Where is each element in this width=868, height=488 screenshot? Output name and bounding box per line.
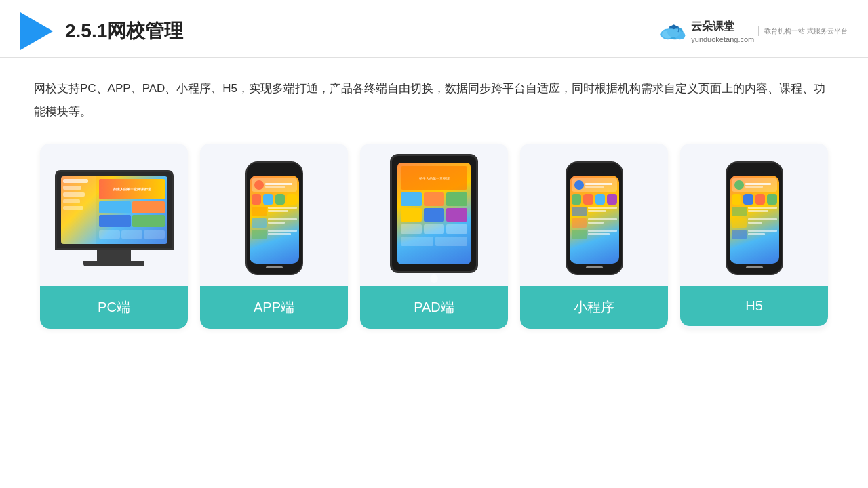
phone-mini-mockup (566, 161, 623, 275)
card-pad-image: 招生人的第一堂网课 (360, 144, 508, 286)
card-app: APP端 (200, 144, 348, 329)
card-miniprogram: 小程序 (520, 144, 668, 329)
tablet-pad-mockup: 招生人的第一堂网课 (390, 154, 478, 283)
description-text: 网校支持PC、APP、PAD、小程序、H5，实现多端打通，产品各终端自由切换，数… (34, 77, 834, 123)
card-miniprogram-image (520, 144, 668, 286)
page-title: 2.5.1网校管理 (65, 18, 183, 44)
brand-name-area: 云朵课堂 yunduoketang.com (691, 20, 754, 43)
cards-container: 招生人的第一堂网课管理 (34, 144, 834, 329)
main-content: 网校支持PC、APP、PAD、小程序、H5，实现多端打通，产品各终端自由切换，数… (0, 58, 868, 342)
card-h5-image (680, 144, 828, 286)
cloud-icon (657, 21, 687, 41)
brand-logo-area: 云朵课堂 yunduoketang.com 教育机构一站 式服务云平台 (657, 20, 848, 43)
brand-url: yunduoketang.com (691, 35, 754, 43)
svg-point-8 (678, 30, 680, 33)
card-h5: H5 (680, 144, 828, 329)
card-pc-label: PC端 (40, 286, 188, 329)
card-app-label: APP端 (200, 286, 348, 329)
card-app-image (200, 144, 348, 286)
card-miniprogram-label: 小程序 (520, 286, 668, 329)
page-header: 2.5.1网校管理 云朵课堂 yunduoketang.com 教育机构一站 式… (0, 0, 868, 58)
card-pad: 招生人的第一堂网课 (360, 144, 508, 329)
header-right: 云朵课堂 yunduoketang.com 教育机构一站 式服务云平台 (657, 20, 848, 43)
card-pc: 招生人的第一堂网课管理 (40, 144, 188, 329)
header-left: 2.5.1网校管理 (20, 12, 183, 50)
brand-name: 云朵课堂 (691, 20, 754, 34)
phone-h5-mockup (726, 161, 783, 275)
card-pc-image: 招生人的第一堂网课管理 (40, 144, 188, 286)
phone-app-mockup (245, 161, 303, 275)
brand-tagline: 教育机构一站 式服务云平台 (758, 26, 848, 36)
card-h5-label: H5 (680, 286, 828, 326)
card-pad-label: PAD端 (360, 286, 508, 329)
logo-triangle-icon (20, 12, 53, 50)
pc-monitor-mockup: 招生人的第一堂网课管理 (55, 170, 174, 266)
